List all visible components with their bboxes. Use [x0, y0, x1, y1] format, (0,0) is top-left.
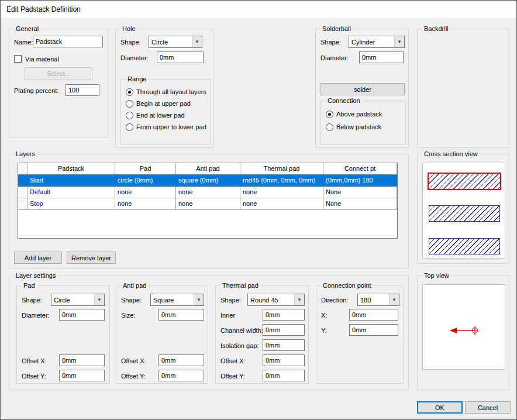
chevron-down-icon: ▼ — [94, 294, 104, 305]
cell-padstack: Default — [27, 187, 115, 198]
thermal-inner-field[interactable] — [263, 309, 305, 321]
cp-x-field[interactable] — [349, 309, 398, 321]
title-bar[interactable]: Edit Padstack Definition — [1, 1, 516, 18]
ok-button[interactable]: OK — [417, 401, 463, 414]
window-title: Edit Padstack Definition — [6, 5, 81, 13]
anti-pad-offset-x-field[interactable] — [158, 354, 204, 366]
select-button[interactable]: Select... — [25, 67, 92, 80]
thermal-isolation-field[interactable] — [263, 339, 305, 351]
pad-offset-y-label: Offset Y: — [22, 372, 46, 380]
range-group: Range Through all layout layers Begin at… — [120, 79, 211, 144]
anti-pad-legend: Anti pad — [121, 281, 148, 290]
connection-direction-arrow-icon — [423, 285, 506, 370]
cross-section-layer-stop[interactable] — [429, 238, 500, 254]
cp-y-label: Y: — [321, 326, 327, 335]
row-selector[interactable] — [18, 175, 27, 187]
cross-section-canvas[interactable] — [422, 163, 505, 259]
pad-legend: Pad — [22, 281, 37, 290]
general-legend: General — [14, 25, 40, 33]
plating-percent-label: Plating percent: — [14, 87, 58, 95]
anti-pad-shape-value: Square — [151, 297, 194, 304]
remove-layer-button[interactable]: Remove layer — [67, 252, 116, 264]
range-legend: Range — [126, 75, 148, 84]
anti-pad-size-field[interactable] — [158, 309, 204, 321]
direction-label: Direction: — [321, 296, 348, 304]
hole-group: Hole Shape: Circle ▼ Diameter: Range Thr… — [115, 29, 213, 148]
hole-shape-select[interactable]: Circle ▼ — [149, 36, 202, 48]
connection-point-legend: Connection point — [321, 281, 373, 290]
pad-shape-select[interactable]: Circle ▼ — [51, 294, 105, 306]
connection-legend: Connection — [326, 97, 362, 105]
thermal-pad-legend: Thermal pad — [220, 281, 260, 290]
add-layer-button[interactable]: Add layer — [14, 252, 62, 264]
backdrill-group: Backdrill — [417, 29, 509, 148]
thermal-shape-select[interactable]: Round 45 ▼ — [247, 294, 305, 306]
row-selector[interactable] — [18, 198, 27, 210]
table-row-start[interactable]: Start circle (0mm) square (0mm) rnd45 (0… — [18, 175, 397, 187]
pad-diameter-field[interactable] — [59, 309, 105, 321]
radio-end-lower-pad[interactable]: End at lower pad — [126, 111, 185, 119]
cross-section-layer-start[interactable] — [428, 173, 501, 190]
thermal-offset-y-field[interactable] — [263, 370, 305, 381]
cell-thermal-pad: rnd45 (0mm, 0mm, 0mm) — [240, 175, 323, 187]
solderball-diameter-field[interactable] — [359, 51, 404, 63]
layers-table[interactable]: Padstack Pad Anti pad Thermal pad Connec… — [18, 163, 398, 239]
hole-shape-value: Circle — [149, 39, 192, 46]
thermal-inner-label: Inner — [220, 311, 235, 319]
cell-thermal-pad: none — [240, 187, 323, 198]
pad-offset-x-field[interactable] — [59, 354, 105, 366]
hole-legend: Hole — [120, 25, 137, 33]
layers-table-header: Padstack Pad Anti pad Thermal pad Connec… — [18, 163, 397, 175]
plating-percent-field[interactable] — [66, 84, 99, 96]
radio-above-padstack[interactable]: Above padstack — [326, 110, 382, 118]
cross-section-layer-default[interactable] — [429, 205, 500, 222]
direction-select[interactable]: 180 ▼ — [357, 294, 399, 306]
col-thermal-pad: Thermal pad — [240, 163, 323, 175]
direction-value: 180 — [358, 297, 389, 304]
thermal-offset-y-label: Offset Y: — [220, 372, 245, 380]
solderball-diameter-label: Diameter: — [320, 54, 349, 62]
radio-begin-upper-pad[interactable]: Begin at upper pad — [126, 99, 191, 108]
row-selector[interactable] — [18, 187, 27, 198]
name-label: Name: — [14, 38, 33, 46]
solderball-shape-select[interactable]: Cylinder ▼ — [349, 36, 405, 48]
cell-pad: none — [115, 187, 176, 198]
cell-anti-pad: square (0mm) — [176, 175, 240, 187]
col-pad: Pad — [115, 163, 176, 175]
backdrill-legend: Backdrill — [422, 25, 450, 33]
thermal-isolation-label: Isolation gap: — [220, 342, 258, 350]
hole-diameter-field[interactable] — [157, 51, 204, 63]
anti-pad-offset-y-field[interactable] — [158, 370, 204, 381]
select-button-label: Select... — [47, 70, 70, 77]
connection-group: Connection Above padstack Below padstack — [320, 101, 406, 145]
connection-point-group: Connection point Direction: 180 ▼ X: Y: — [316, 285, 404, 384]
name-field[interactable] — [33, 36, 103, 47]
radio-icon — [126, 88, 133, 96]
pad-offset-y-field[interactable] — [59, 370, 105, 381]
radio-upper-to-lower[interactable]: From upper to lower pad — [126, 123, 206, 131]
thermal-shape-label: Shape: — [220, 296, 241, 304]
pad-group: Pad Shape: Circle ▼ Diameter: Offset X: … — [16, 285, 110, 384]
cp-y-field[interactable] — [349, 324, 398, 336]
via-material-checkbox[interactable] — [14, 55, 22, 63]
cross-section-legend: Cross section view — [422, 150, 480, 159]
radio-label: End at lower pad — [136, 112, 185, 119]
radio-below-padstack[interactable]: Below padstack — [326, 123, 381, 131]
table-row-default[interactable]: Default none none none None — [18, 187, 397, 198]
row-selector-header — [18, 163, 27, 175]
solder-button[interactable]: solder — [320, 83, 405, 95]
top-view-canvas[interactable] — [422, 284, 505, 370]
radio-through-all-layers[interactable]: Through all layout layers — [126, 88, 206, 96]
layer-settings-group: Layer settings Pad Shape: Circle ▼ Diame… — [9, 276, 409, 390]
radio-label: Begin at upper pad — [136, 100, 191, 107]
anti-pad-shape-select[interactable]: Square ▼ — [150, 294, 204, 306]
radio-label: From upper to lower pad — [136, 123, 206, 130]
thermal-channel-field[interactable] — [263, 324, 305, 336]
thermal-offset-x-field[interactable] — [263, 354, 305, 366]
cancel-button[interactable]: Cancel — [465, 401, 511, 414]
chevron-down-icon: ▼ — [394, 36, 404, 47]
radio-icon — [126, 123, 133, 131]
radio-icon — [326, 111, 333, 118]
cell-pad: circle (0mm) — [115, 175, 176, 187]
table-row-stop[interactable]: Stop none none none None — [18, 198, 397, 210]
